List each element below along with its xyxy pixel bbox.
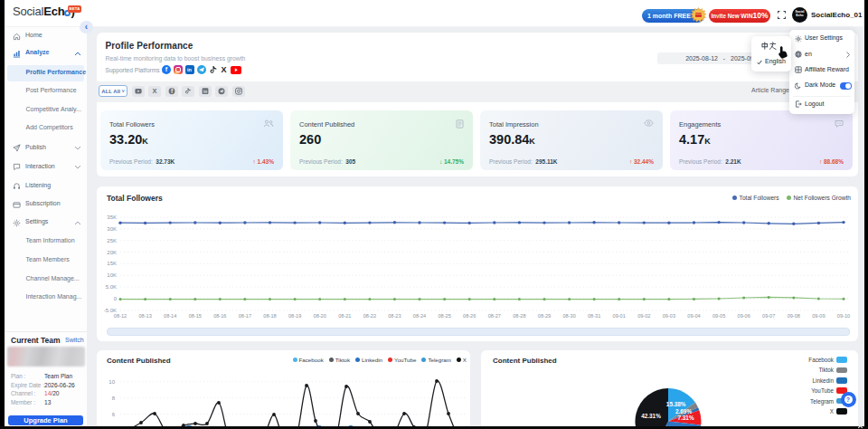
svg-text:08-26: 08-26 xyxy=(463,313,476,319)
svg-text:0: 0 xyxy=(114,296,118,301)
svg-text:08-30: 08-30 xyxy=(562,313,575,319)
svg-text:09-03: 09-03 xyxy=(663,313,675,319)
svg-text:08-28: 08-28 xyxy=(513,313,525,319)
svg-text:08-22: 08-22 xyxy=(363,313,376,319)
svg-text:10K: 10K xyxy=(107,272,117,278)
svg-text:09-05: 09-05 xyxy=(712,313,725,319)
svg-text:in: in xyxy=(203,90,206,94)
svg-text:08-20: 08-20 xyxy=(314,313,326,319)
svg-text:09-09: 09-09 xyxy=(812,313,825,319)
svg-text:08-17: 08-17 xyxy=(239,313,251,319)
svg-text:30K: 30K xyxy=(107,226,117,232)
svg-text:09-07: 09-07 xyxy=(762,313,775,319)
svg-text:08-13: 08-13 xyxy=(138,313,151,319)
svg-text:08-21: 08-21 xyxy=(338,313,351,319)
svg-text:08-25: 08-25 xyxy=(438,313,450,319)
svg-text:08-12: 08-12 xyxy=(114,313,127,319)
svg-text:25K: 25K xyxy=(107,238,117,243)
svg-text:5.0K: 5.0K xyxy=(106,284,117,290)
svg-text:08-27: 08-27 xyxy=(488,313,501,319)
svg-text:6: 6 xyxy=(112,412,116,417)
svg-text:09-06: 09-06 xyxy=(738,313,750,319)
svg-text:08-24: 08-24 xyxy=(413,313,426,319)
svg-text:15.38%: 15.38% xyxy=(666,401,686,407)
svg-text:09-01: 09-01 xyxy=(613,313,626,319)
svg-text:08-16: 08-16 xyxy=(213,313,226,319)
svg-text:08-29: 08-29 xyxy=(538,313,551,319)
svg-text:08-19: 08-19 xyxy=(288,313,301,319)
svg-text:35K: 35K xyxy=(107,214,117,220)
svg-text:8: 8 xyxy=(112,396,116,401)
svg-text:09-10: 09-10 xyxy=(837,313,850,319)
svg-text:08-14: 08-14 xyxy=(164,313,176,319)
svg-text:7.31%: 7.31% xyxy=(677,415,693,421)
svg-text:09-02: 09-02 xyxy=(637,313,650,319)
svg-text:09-04: 09-04 xyxy=(687,313,700,319)
svg-text:2.69%: 2.69% xyxy=(675,408,692,415)
svg-text:42.31%: 42.31% xyxy=(641,413,661,419)
svg-text:09-08: 09-08 xyxy=(788,313,800,319)
svg-text:08-31: 08-31 xyxy=(588,313,600,319)
svg-text:10: 10 xyxy=(108,379,115,385)
svg-text:08-23: 08-23 xyxy=(388,313,401,319)
svg-text:15K: 15K xyxy=(107,261,117,266)
svg-text:08-15: 08-15 xyxy=(189,313,202,319)
svg-text:20K: 20K xyxy=(107,250,117,255)
svg-text:08-18: 08-18 xyxy=(263,313,276,319)
